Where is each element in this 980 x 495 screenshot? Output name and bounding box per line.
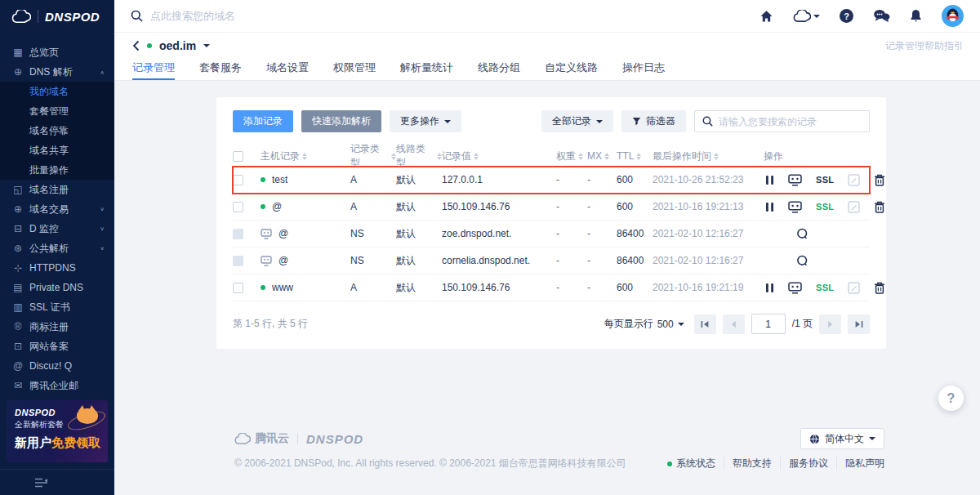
sort-icon[interactable] — [714, 150, 719, 163]
d-monitor-icon[interactable] — [788, 174, 802, 186]
host-value: @ — [278, 255, 288, 266]
sort-icon[interactable] — [578, 150, 583, 163]
prev-page-button[interactable] — [723, 314, 745, 334]
sort-icon[interactable] — [474, 150, 479, 163]
delete-record-icon[interactable] — [874, 282, 885, 294]
sidebar-item-总览页[interactable]: ▦总览页 — [0, 42, 114, 62]
footer-link-系统状态[interactable]: 系统状态 — [659, 457, 724, 470]
tab-线路分组[interactable]: 线路分组 — [478, 60, 520, 80]
logo-bar[interactable]: DNSPOD — [0, 0, 114, 33]
sidebar-item-Discuz! Q[interactable]: @Discuz! Q — [0, 356, 114, 376]
d-monitor-icon[interactable] — [788, 282, 802, 294]
more-actions-button[interactable]: 更多操作 — [390, 110, 461, 132]
sidebar-item-公共解析[interactable]: ⊛公共解析∨ — [0, 239, 114, 258]
funnel-icon — [632, 117, 641, 126]
column-header[interactable]: 主机记录 — [261, 149, 350, 163]
sidebar-item-Private DNS[interactable]: ▤Private DNS — [0, 278, 114, 297]
filter-button[interactable]: 筛选器 — [621, 110, 686, 132]
footer-link-帮助支持[interactable]: 帮助支持 — [724, 457, 780, 470]
footer-link-隐私声明[interactable]: 隐私声明 — [836, 457, 884, 470]
weight-value: - — [556, 228, 587, 239]
per-page-selector[interactable]: 每页显示行 500 — [604, 317, 684, 331]
tab-权限管理[interactable]: 权限管理 — [333, 60, 376, 80]
avatar[interactable] — [942, 5, 964, 27]
current-domain[interactable]: oed.im — [159, 39, 196, 52]
sidebar-item-label: 总览页 — [29, 46, 105, 60]
sidebar-item-HTTPDNS[interactable]: ⊹HTTPDNS — [0, 258, 114, 278]
quick-add-button[interactable]: 快速添加解析 — [301, 110, 381, 132]
d-monitor-icon[interactable] — [788, 201, 802, 213]
column-header[interactable]: MX — [587, 150, 617, 163]
sort-icon[interactable] — [604, 150, 609, 163]
sidebar-item-商标注册[interactable]: ®商标注册 — [0, 317, 114, 337]
record-type-filter-button[interactable]: 全部记录 — [541, 110, 613, 132]
column-header[interactable]: 记录类型 — [350, 142, 396, 170]
footer-link-服务协议[interactable]: 服务协议 — [780, 457, 836, 470]
cloud-console-icon[interactable] — [793, 10, 820, 23]
bell-icon[interactable] — [910, 9, 922, 23]
tab-域名设置[interactable]: 域名设置 — [266, 60, 309, 80]
help-icon[interactable]: ? — [840, 9, 853, 23]
language-selector[interactable]: 简体中文 — [800, 428, 884, 449]
tab-记录管理[interactable]: 记录管理 — [132, 60, 175, 80]
row-checkbox[interactable] — [233, 175, 243, 185]
messages-icon[interactable] — [873, 9, 890, 23]
column-header[interactable]: 操作 — [764, 149, 870, 163]
tab-操作日志[interactable]: 操作日志 — [622, 60, 665, 80]
sidebar-item-SSL 证书[interactable]: ▥SSL 证书 — [0, 297, 114, 317]
sort-icon[interactable] — [636, 150, 641, 163]
sidebar-item-我的域名[interactable]: 我的域名 — [0, 82, 114, 101]
tab-套餐服务[interactable]: 套餐服务 — [199, 60, 242, 80]
column-header[interactable]: 最后操作时间 — [653, 149, 764, 163]
page-number-input[interactable] — [751, 314, 786, 334]
home-icon[interactable] — [760, 10, 773, 23]
sidebar-item-域名停靠[interactable]: 域名停靠 — [0, 121, 114, 140]
domain-dropdown-icon[interactable] — [203, 44, 210, 51]
sidebar-item-批量操作[interactable]: 批量操作 — [0, 160, 114, 180]
sidebar-item-腾讯企业邮[interactable]: ✉腾讯企业邮 — [0, 376, 114, 395]
domain-search-input[interactable] — [150, 10, 412, 22]
floating-help-button[interactable]: ? — [938, 386, 964, 411]
row-checkbox[interactable] — [233, 283, 243, 293]
pause-record-icon[interactable] — [765, 175, 774, 185]
sort-icon[interactable] — [302, 150, 307, 163]
delete-record-icon[interactable] — [874, 174, 885, 186]
row-checkbox[interactable] — [233, 202, 243, 212]
sidebar-item-域名注册[interactable]: ◱域名注册 — [0, 180, 114, 199]
ssl-action[interactable]: SSL — [816, 175, 834, 185]
add-record-button[interactable]: 添加记录 — [233, 110, 293, 132]
records-help-link[interactable]: 记录管理帮助指引 — [885, 39, 964, 53]
ssl-action[interactable]: SSL — [816, 202, 834, 212]
pause-record-icon[interactable] — [765, 202, 774, 212]
sidebar-item-DNS 解析[interactable]: ⊕DNS 解析∧ — [0, 62, 114, 82]
last-page-button[interactable] — [848, 314, 870, 334]
promo-banner[interactable]: DNSPOD 全新解析套餐 新用户免费领取 — [7, 400, 108, 462]
record-search-input[interactable] — [719, 116, 862, 127]
column-header[interactable]: 线路类型 — [396, 142, 442, 170]
column-header[interactable]: TTL — [617, 150, 653, 163]
record-status-dot — [261, 177, 265, 182]
sidebar-item-域名交易[interactable]: ⊕域名交易∨ — [0, 199, 114, 219]
column-header[interactable]: 权重 — [556, 149, 587, 163]
record-search[interactable] — [694, 110, 870, 132]
globe-icon: ⊕ — [11, 203, 24, 215]
ssl-action[interactable]: SSL — [816, 283, 834, 292]
sidebar-collapse-button[interactable] — [0, 469, 114, 495]
column-header-label: 最后操作时间 — [653, 149, 711, 163]
sidebar-item-套餐管理[interactable]: 套餐管理 — [0, 101, 114, 121]
tab-解析量统计[interactable]: 解析量统计 — [400, 60, 453, 80]
domain-search[interactable] — [131, 10, 412, 22]
ns-info-icon[interactable] — [796, 255, 808, 267]
select-all-checkbox[interactable] — [233, 151, 243, 162]
ns-info-icon[interactable] — [796, 228, 808, 240]
tab-自定义线路[interactable]: 自定义线路 — [545, 60, 598, 80]
next-page-button[interactable] — [819, 314, 841, 334]
back-icon[interactable] — [132, 40, 140, 51]
sidebar-item-网站备案[interactable]: ⊡网站备案 — [0, 337, 114, 356]
first-page-button[interactable] — [694, 314, 716, 334]
column-header[interactable]: 记录值 — [442, 149, 556, 163]
delete-record-icon[interactable] — [874, 201, 885, 213]
sidebar-item-D 监控[interactable]: ⊟D 监控∨ — [0, 219, 114, 239]
sidebar-item-域名共享[interactable]: 域名共享 — [0, 140, 114, 160]
pause-record-icon[interactable] — [765, 283, 774, 293]
